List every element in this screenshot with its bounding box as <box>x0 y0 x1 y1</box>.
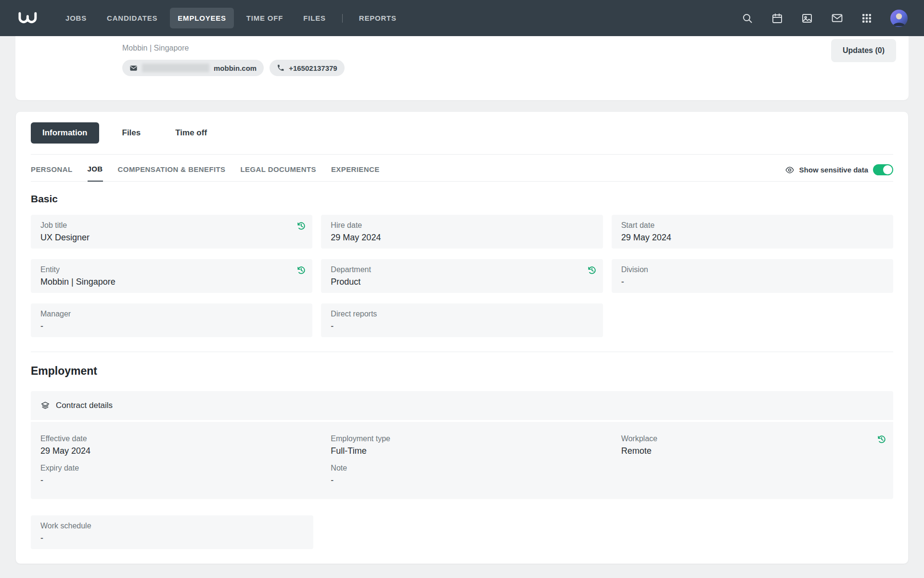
basic-field-grid: Job title UX Designer Hire date 29 May 2… <box>31 215 893 337</box>
field-effective-date: Effective date 29 May 2024 <box>31 434 312 456</box>
field-workplace: Workplace Remote <box>612 434 893 456</box>
employee-detail-card: Information Files Time off PERSONAL JOB … <box>15 111 909 564</box>
image-icon[interactable] <box>801 12 813 25</box>
primary-tabs: Information Files Time off <box>31 122 893 155</box>
nav-utilities <box>741 10 908 27</box>
field-note: Note - <box>321 464 603 486</box>
field-department: Department Product <box>321 259 603 293</box>
nav-item-files[interactable]: FILES <box>295 8 334 28</box>
sensitive-data-control: Show sensitive data <box>785 164 893 181</box>
field-expiry-date: Expiry date - <box>31 464 312 486</box>
eye-icon <box>785 165 795 175</box>
employee-header-card: Mobbin | Singapore mobbin.com +165021373… <box>15 36 909 100</box>
mail-icon[interactable] <box>831 12 843 25</box>
history-icon[interactable] <box>587 265 597 275</box>
empty-cell <box>612 464 893 486</box>
contract-details-title: Contract details <box>56 401 113 410</box>
field-entity: Entity Mobbin | Singapore <box>31 259 312 293</box>
contact-chips: mobbin.com +16502137379 <box>122 60 909 76</box>
redacted-email-segment <box>142 64 209 72</box>
field-manager: Manager - <box>31 303 312 337</box>
nav-item-employees[interactable]: EMPLOYEES <box>170 8 234 28</box>
field-work-schedule: Work schedule - <box>31 515 313 549</box>
top-navigation: JOBS CANDIDATES EMPLOYEES TIME OFF FILES… <box>0 0 924 36</box>
contract-details-block: Effective date 29 May 2024 Employment ty… <box>31 422 893 499</box>
nav-item-jobs[interactable]: JOBS <box>58 8 94 28</box>
phone-chip-text: +16502137379 <box>289 64 337 72</box>
nav-links: JOBS CANDIDATES EMPLOYEES TIME OFF FILES… <box>58 8 404 28</box>
field-job-title: Job title UX Designer <box>31 215 312 249</box>
section-divider <box>31 352 893 352</box>
tab-time-off[interactable]: Time off <box>164 122 218 144</box>
subtab-personal[interactable]: PERSONAL <box>31 165 73 181</box>
layers-icon <box>40 401 50 410</box>
field-direct-reports: Direct reports - <box>321 303 603 337</box>
avatar[interactable] <box>890 10 908 27</box>
subtab-compensation-benefits[interactable]: COMPENSATION & BENEFITS <box>118 165 226 181</box>
field-hire-date: Hire date 29 May 2024 <box>321 215 603 249</box>
field-start-date: Start date 29 May 2024 <box>612 215 893 249</box>
tab-files[interactable]: Files <box>111 122 153 144</box>
section-title-basic: Basic <box>31 193 893 205</box>
email-chip[interactable]: mobbin.com <box>122 60 264 76</box>
nav-divider <box>342 14 343 23</box>
field-division: Division - <box>612 259 893 293</box>
apps-grid-icon[interactable] <box>860 12 873 25</box>
tab-information[interactable]: Information <box>31 122 99 144</box>
phone-chip[interactable]: +16502137379 <box>270 60 345 76</box>
app-logo-icon[interactable] <box>16 10 38 26</box>
nav-item-reports[interactable]: REPORTS <box>351 8 404 28</box>
subtab-experience[interactable]: EXPERIENCE <box>331 165 380 181</box>
updates-button[interactable]: Updates (0) <box>831 39 896 62</box>
history-icon[interactable] <box>296 265 306 275</box>
phone-icon <box>277 64 284 72</box>
calendar-icon[interactable] <box>771 12 783 25</box>
section-title-employment: Employment <box>31 365 893 378</box>
subtab-job[interactable]: JOB <box>88 165 103 182</box>
search-icon[interactable] <box>741 12 754 25</box>
sensitive-data-toggle[interactable] <box>873 164 893 175</box>
sensitive-data-label: Show sensitive data <box>799 166 868 174</box>
history-icon[interactable] <box>877 434 886 444</box>
employee-entity-line: Mobbin | Singapore <box>122 44 909 53</box>
secondary-tabs: PERSONAL JOB COMPENSATION & BENEFITS LEG… <box>31 164 893 182</box>
envelope-icon <box>129 64 138 72</box>
email-chip-text: mobbin.com <box>214 64 257 72</box>
nav-item-time-off[interactable]: TIME OFF <box>239 8 291 28</box>
nav-item-candidates[interactable]: CANDIDATES <box>99 8 165 28</box>
history-icon[interactable] <box>296 221 306 231</box>
subtab-legal-documents[interactable]: LEGAL DOCUMENTS <box>241 165 316 181</box>
contract-details-header[interactable]: Contract details <box>31 391 893 420</box>
field-employment-type: Employment type Full-Time <box>321 434 603 456</box>
